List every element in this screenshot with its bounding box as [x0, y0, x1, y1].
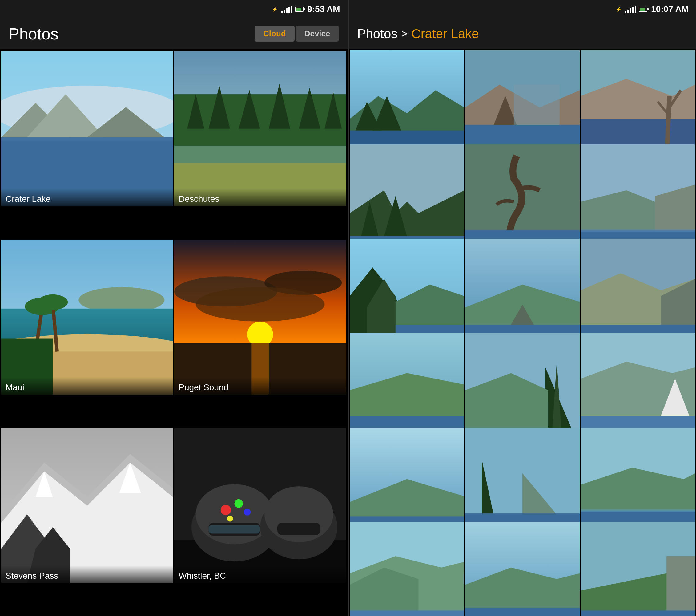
svg-point-46: [221, 505, 231, 515]
signal-bar-r3: [630, 8, 631, 13]
album-item-deschutes[interactable]: Deschutes: [174, 50, 346, 207]
album-label-stevens-pass: Stevens Pass: [1, 566, 173, 584]
photo-item[interactable]: [581, 522, 695, 616]
app-title-left: Photos: [9, 25, 255, 43]
signal-bar-2: [284, 10, 285, 13]
battery-fill-right: [640, 8, 645, 11]
svg-rect-117: [581, 509, 695, 512]
signal-bar-5: [291, 6, 292, 13]
charging-icon-right: ⚡: [616, 6, 622, 12]
svg-rect-52: [278, 523, 320, 535]
svg-rect-121: [350, 611, 464, 616]
svg-rect-124: [465, 608, 580, 616]
charging-icon-left: ⚡: [272, 6, 278, 12]
album-item-maui[interactable]: Maui: [1, 239, 173, 396]
signal-bar-r4: [632, 7, 634, 13]
app-header-left: Photos Cloud Device: [0, 18, 348, 49]
status-time-left: 9:53 AM: [307, 4, 340, 14]
signal-bar-r1: [625, 11, 627, 13]
svg-point-48: [244, 509, 251, 515]
album-label-puget-sound: Puget Sound: [174, 377, 346, 396]
svg-rect-81: [581, 229, 695, 232]
svg-point-49: [227, 515, 233, 522]
svg-rect-63: [514, 85, 560, 125]
signal-bar-3: [286, 8, 287, 13]
album-grid: Crater Lake Deschutes: [0, 49, 348, 616]
album-label-deschutes: Deschutes: [174, 188, 346, 207]
signal-bars-right: [625, 6, 636, 13]
battery-fill-left: [296, 8, 301, 11]
tab-cloud[interactable]: Cloud: [255, 26, 295, 42]
left-panel: ⚡ 9:53 AM Photos Cloud Device: [0, 0, 348, 616]
status-bar-left: ⚡ 9:53 AM: [0, 0, 348, 18]
svg-point-30: [196, 287, 325, 322]
svg-point-47: [235, 499, 243, 508]
svg-rect-53: [209, 525, 260, 534]
svg-rect-128: [581, 611, 695, 616]
album-item-puget-sound[interactable]: Puget Sound: [174, 239, 346, 396]
svg-marker-127: [666, 556, 695, 616]
breadcrumb-album: Crater Lake: [411, 27, 479, 41]
status-icons-left: ⚡: [272, 6, 303, 13]
photo-item[interactable]: [465, 522, 580, 616]
battery-icon-left: [295, 7, 303, 12]
tab-group: Cloud Device: [255, 26, 339, 42]
photo-item[interactable]: [350, 522, 464, 616]
status-icons-right: ⚡: [616, 6, 647, 13]
battery-icon-right: [639, 7, 647, 12]
signal-bar-r2: [627, 10, 629, 13]
app-header-right: Photos > Crater Lake: [349, 18, 696, 49]
status-time-right: 10:07 AM: [651, 4, 689, 14]
album-label-maui: Maui: [1, 377, 173, 396]
breadcrumb-home[interactable]: Photos: [358, 27, 398, 41]
album-item-whistler-bc[interactable]: Whistler, BC: [174, 428, 346, 584]
signal-bars-left: [281, 6, 292, 13]
album-label-whistler-bc: Whistler, BC: [174, 566, 346, 584]
status-bar-right: ⚡ 10:07 AM: [349, 0, 696, 18]
right-panel: ⚡ 10:07 AM Photos > Crater Lake: [349, 0, 696, 616]
album-item-crater-lake[interactable]: Crater Lake: [1, 50, 173, 207]
photo-grid: [349, 49, 696, 616]
signal-bar-4: [288, 7, 290, 13]
album-label-crater-lake: Crater Lake: [1, 188, 173, 207]
breadcrumb-separator: >: [401, 27, 408, 40]
signal-bar-1: [281, 11, 283, 13]
breadcrumb: Photos > Crater Lake: [358, 27, 479, 41]
svg-rect-6: [1, 137, 173, 141]
signal-bar-r5: [635, 6, 636, 13]
svg-point-25: [38, 294, 68, 310]
album-item-stevens-pass[interactable]: Stevens Pass: [1, 428, 173, 584]
tab-device[interactable]: Device: [296, 26, 339, 42]
